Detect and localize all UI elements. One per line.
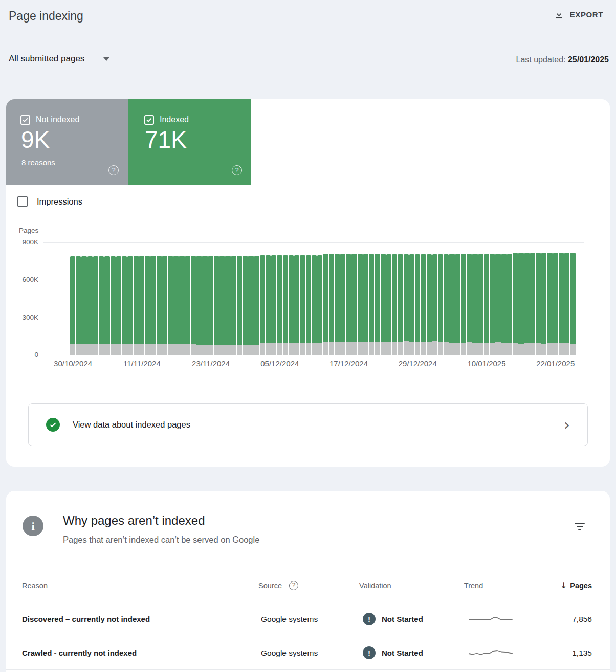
stacked-bar[interactable]: [134, 242, 139, 355]
stacked-bar[interactable]: [467, 242, 472, 355]
help-icon[interactable]: ?: [108, 165, 119, 175]
stacked-bar[interactable]: [317, 242, 322, 355]
stacked-bar[interactable]: [340, 242, 345, 355]
stacked-bar[interactable]: [536, 242, 541, 355]
stacked-bar[interactable]: [70, 242, 75, 355]
not-indexed-toggle-card[interactable]: Not indexed 9K 8 reasons ?: [6, 99, 128, 185]
stacked-bar[interactable]: [104, 242, 109, 355]
stacked-bar[interactable]: [455, 242, 460, 355]
indexing-bar-chart[interactable]: [70, 242, 576, 355]
view-indexed-data-row[interactable]: View data about indexed pages ›: [28, 403, 588, 446]
stacked-bar[interactable]: [398, 242, 403, 355]
stacked-bar[interactable]: [173, 242, 179, 355]
stacked-bar[interactable]: [87, 242, 93, 355]
stacked-bar[interactable]: [369, 242, 374, 355]
stacked-bar[interactable]: [76, 242, 81, 355]
table-row[interactable]: Crawled - currently not indexed Google s…: [6, 636, 610, 670]
stacked-bar[interactable]: [219, 242, 225, 355]
stacked-bar[interactable]: [111, 242, 116, 355]
stacked-bar[interactable]: [231, 242, 236, 355]
stacked-bar[interactable]: [449, 242, 454, 355]
stacked-bar[interactable]: [547, 242, 552, 355]
stacked-bar[interactable]: [289, 242, 294, 355]
stacked-bar[interactable]: [196, 242, 202, 355]
help-icon[interactable]: ?: [289, 581, 298, 590]
stacked-bar[interactable]: [501, 242, 507, 355]
stacked-bar[interactable]: [351, 242, 357, 355]
stacked-bar[interactable]: [541, 242, 546, 355]
stacked-bar[interactable]: [191, 242, 196, 355]
stacked-bar[interactable]: [237, 242, 242, 355]
stacked-bar[interactable]: [386, 242, 391, 355]
stacked-bar[interactable]: [524, 242, 530, 355]
filter-icon[interactable]: [573, 521, 586, 533]
stacked-bar[interactable]: [530, 242, 535, 355]
stacked-bar[interactable]: [570, 242, 575, 355]
stacked-bar[interactable]: [266, 242, 271, 355]
stacked-bar[interactable]: [127, 242, 133, 355]
stacked-bar[interactable]: [294, 242, 299, 355]
stacked-bar[interactable]: [81, 242, 86, 355]
stacked-bar[interactable]: [461, 242, 466, 355]
stacked-bar[interactable]: [363, 242, 368, 355]
table-row[interactable]: Discovered – currently not indexed Googl…: [6, 602, 610, 636]
stacked-bar[interactable]: [518, 242, 523, 355]
stacked-bar[interactable]: [392, 242, 397, 355]
stacked-bar[interactable]: [404, 242, 409, 355]
stacked-bar[interactable]: [162, 242, 167, 355]
stacked-bar[interactable]: [300, 242, 305, 355]
stacked-bar[interactable]: [145, 242, 150, 355]
stacked-bar[interactable]: [243, 242, 248, 355]
stacked-bar[interactable]: [553, 242, 558, 355]
export-button[interactable]: EXPORT: [554, 9, 603, 20]
stacked-bar[interactable]: [254, 242, 259, 355]
stacked-bar[interactable]: [472, 242, 477, 355]
stacked-bar[interactable]: [432, 242, 437, 355]
stacked-bar[interactable]: [168, 242, 173, 355]
stacked-bar[interactable]: [409, 242, 414, 355]
column-header-pages-sort[interactable]: ↓ Pages: [560, 580, 592, 590]
stacked-bar[interactable]: [375, 242, 380, 355]
stacked-bar[interactable]: [283, 242, 288, 355]
indexed-toggle-card[interactable]: Indexed 71K ?: [128, 99, 251, 185]
stacked-bar[interactable]: [415, 242, 420, 355]
stacked-bar[interactable]: [564, 242, 569, 355]
stacked-bar[interactable]: [484, 242, 489, 355]
stacked-bar[interactable]: [427, 242, 432, 355]
stacked-bar[interactable]: [225, 242, 230, 355]
checked-checkbox-icon[interactable]: [144, 115, 154, 125]
scope-dropdown[interactable]: All submitted pages: [9, 54, 109, 64]
stacked-bar[interactable]: [306, 242, 311, 355]
stacked-bar[interactable]: [438, 242, 443, 355]
stacked-bar[interactable]: [513, 242, 518, 355]
checked-checkbox-icon[interactable]: [20, 115, 30, 125]
stacked-bar[interactable]: [202, 242, 207, 355]
stacked-bar[interactable]: [208, 242, 213, 355]
stacked-bar[interactable]: [312, 242, 317, 355]
help-icon[interactable]: ?: [232, 165, 242, 175]
unchecked-checkbox-icon[interactable]: [17, 196, 28, 207]
stacked-bar[interactable]: [444, 242, 449, 355]
stacked-bar[interactable]: [122, 242, 127, 355]
stacked-bar[interactable]: [490, 242, 495, 355]
stacked-bar[interactable]: [157, 242, 162, 355]
stacked-bar[interactable]: [150, 242, 156, 355]
stacked-bar[interactable]: [139, 242, 144, 355]
stacked-bar[interactable]: [495, 242, 500, 355]
stacked-bar[interactable]: [271, 242, 276, 355]
stacked-bar[interactable]: [248, 242, 253, 355]
stacked-bar[interactable]: [335, 242, 340, 355]
stacked-bar[interactable]: [179, 242, 184, 355]
impressions-checkbox[interactable]: Impressions: [17, 196, 82, 207]
stacked-bar[interactable]: [277, 242, 282, 355]
stacked-bar[interactable]: [478, 242, 483, 355]
stacked-bar[interactable]: [214, 242, 219, 355]
stacked-bar[interactable]: [559, 242, 564, 355]
stacked-bar[interactable]: [185, 242, 190, 355]
stacked-bar[interactable]: [358, 242, 363, 355]
stacked-bar[interactable]: [323, 242, 328, 355]
stacked-bar[interactable]: [93, 242, 98, 355]
stacked-bar[interactable]: [99, 242, 104, 355]
stacked-bar[interactable]: [116, 242, 121, 355]
stacked-bar[interactable]: [507, 242, 512, 355]
